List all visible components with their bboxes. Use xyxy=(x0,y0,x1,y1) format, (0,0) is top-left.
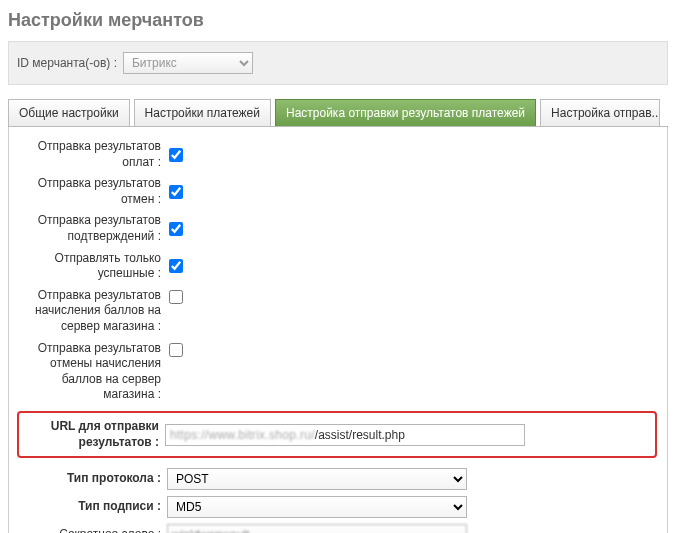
label-send-cancel-results: Отправка результатов отмен : xyxy=(17,176,167,207)
label-send-payment-results: Отправка результатов оплат : xyxy=(17,139,167,170)
url-results-input[interactable]: https://www.bitrix.shop.ru/ /assist/resu… xyxy=(165,424,525,446)
form-panel: Отправка результатов оплат : Отправка ре… xyxy=(8,127,668,533)
tab-send-more[interactable]: Настройка отправ... xyxy=(540,99,660,126)
label-send-cancel-bonus-results: Отправка результатов отмены начисления б… xyxy=(17,341,167,403)
tab-send-results[interactable]: Настройка отправки результатов платежей xyxy=(275,99,536,126)
label-protocol: Тип протокола : xyxy=(17,471,167,487)
tab-payments[interactable]: Настройки платежей xyxy=(134,99,271,126)
tab-general[interactable]: Общие настройки xyxy=(8,99,130,126)
select-signature[interactable]: MD5 xyxy=(167,496,467,518)
label-secret: Секретное слово : xyxy=(17,527,167,533)
url-hidden-prefix: https://www.bitrix.shop.ru/ xyxy=(170,428,315,442)
label-signature: Тип подписи : xyxy=(17,499,167,515)
checkbox-send-cancel-results[interactable] xyxy=(169,185,183,199)
select-protocol[interactable]: POST xyxy=(167,468,467,490)
label-send-confirm-results: Отправка результатов подтверждений : xyxy=(17,213,167,244)
checkbox-send-cancel-bonus-results[interactable] xyxy=(169,343,183,357)
tabs-bar: Общие настройки Настройки платежей Настр… xyxy=(8,99,668,127)
label-send-only-success: Отправлять только успешные : xyxy=(17,251,167,282)
checkbox-send-bonus-results[interactable] xyxy=(169,290,183,304)
input-secret[interactable] xyxy=(167,524,467,533)
checkbox-send-only-success[interactable] xyxy=(169,259,183,273)
page-title: Настройки мерчантов xyxy=(8,10,668,31)
merchant-selector-row: ID мерчанта(-ов) : Битрикс xyxy=(8,41,668,85)
merchant-id-select[interactable]: Битрикс xyxy=(123,52,253,74)
label-url-results: URL для отправки результатов : xyxy=(23,419,165,450)
merchant-id-label: ID мерчанта(-ов) : xyxy=(17,56,117,70)
url-visible-suffix: /assist/result.php xyxy=(315,428,405,442)
checkbox-send-payment-results[interactable] xyxy=(169,148,183,162)
url-highlight-box: URL для отправки результатов : https://w… xyxy=(17,411,657,458)
label-send-bonus-results: Отправка результатов начисления баллов н… xyxy=(17,288,167,335)
checkbox-send-confirm-results[interactable] xyxy=(169,222,183,236)
